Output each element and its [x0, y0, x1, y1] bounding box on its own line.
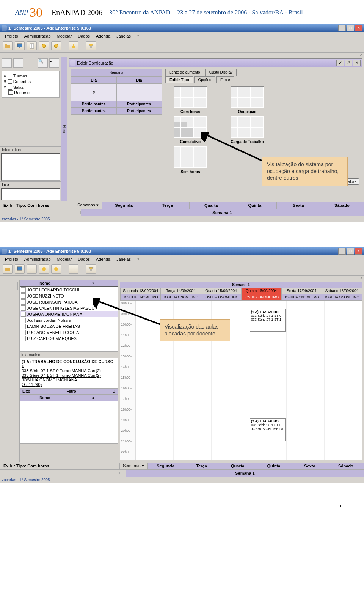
lixo-label-2: Lixo: [20, 389, 33, 394]
app-icon: [2, 249, 7, 254]
tool-book-icon[interactable]: [27, 41, 37, 50]
day-quarta[interactable]: Quarta: [220, 463, 256, 469]
tool-monitor-icon[interactable]: [15, 264, 25, 274]
tool-gear2-icon[interactable]: [51, 264, 61, 274]
tab-exibir-tipo[interactable]: Exibir Tipo: [165, 76, 193, 83]
menu-dados[interactable]: Dados: [75, 256, 92, 262]
menu-help[interactable]: ?: [135, 33, 141, 39]
svg-point-8: [54, 267, 58, 271]
svg-point-4: [54, 44, 58, 48]
menu-help[interactable]: ?: [135, 256, 141, 262]
tool-gear2-icon[interactable]: [51, 41, 61, 50]
tool-cone-icon[interactable]: [69, 264, 78, 274]
status-exibir-tipo: Exibir Tipo: Com horas: [0, 202, 74, 209]
config-max[interactable]: ↗: [345, 60, 352, 66]
vertical-toolbar: 🔍 ▸: [0, 57, 61, 69]
lixo-label: Lixo: [0, 181, 61, 187]
statusbar-1: Exibir Tipo: Com horas Semanas ▾ Segunda…: [0, 201, 364, 209]
week-selector[interactable]: Semana DiaDia ↻ ParticipantesParticipant…: [71, 69, 162, 176]
schedule-day-headers: Segunda 13/09/2004Terça 14/09/2004Quarta…: [120, 288, 362, 294]
toolbar: [0, 40, 364, 52]
tool-folder-icon[interactable]: [3, 41, 13, 50]
day-quarta[interactable]: Quarta: [189, 202, 233, 209]
nome-header[interactable]: Nome: [21, 281, 69, 285]
day-quinta[interactable]: Quinta: [256, 463, 292, 469]
tree-panel: ⊕Turmas ⊕Docentes ⊕Salas Recurso: [2, 71, 60, 98]
thumb-com-horas[interactable]: Com horas: [168, 86, 213, 114]
maximize-button[interactable]: □: [347, 248, 354, 255]
menu-agenda[interactable]: Agenda: [94, 256, 113, 262]
menu-agenda[interactable]: Agenda: [94, 33, 113, 39]
svg-point-3: [42, 44, 46, 48]
menubar: Projeto Administração Modelar Dados Agen…: [0, 32, 364, 40]
day-sabado[interactable]: Sábado: [320, 202, 364, 209]
empty-list: [20, 401, 118, 444]
day-terca[interactable]: Terça: [146, 202, 189, 209]
menu-administracao[interactable]: Administração: [22, 33, 53, 39]
day-sabado[interactable]: Sábado: [328, 463, 364, 469]
tool-gear-icon[interactable]: [39, 41, 49, 50]
event-1[interactable]: (1 A) TRABALHO 033 Série:07 1 ST 0 033 S…: [250, 309, 286, 332]
u-label[interactable]: U: [110, 389, 118, 394]
tab-fonte[interactable]: Fonte: [216, 76, 234, 83]
day-sexta[interactable]: Sexta: [292, 463, 328, 469]
status-semanas[interactable]: Semanas ▾: [74, 201, 102, 209]
hora-rail: Hora: [61, 57, 67, 201]
minimize-button[interactable]: _: [338, 248, 346, 255]
tool-monitor-icon[interactable]: [15, 41, 25, 50]
vtool-arrow-icon[interactable]: ▸: [49, 58, 59, 68]
tool-filter-icon[interactable]: [86, 41, 96, 50]
config-min[interactable]: ↙: [336, 60, 344, 66]
tool-gear-icon[interactable]: [39, 264, 49, 274]
tree-recurso[interactable]: Recurso: [8, 90, 58, 95]
tool-book-icon[interactable]: [27, 264, 37, 274]
vtool-2[interactable]: [13, 58, 23, 68]
close-button[interactable]: ×: [355, 25, 362, 31]
tree-turmas[interactable]: ⊕Turmas: [4, 73, 58, 78]
close-button[interactable]: ×: [355, 248, 362, 255]
menu-janelas[interactable]: Janelas: [114, 256, 133, 262]
menu-projeto[interactable]: Projeto: [3, 256, 20, 262]
window-title: 1° Semestre 2005 - Ade Enterprise 5.0.16…: [8, 26, 338, 30]
statusbar-2: Exibir Tipo: Com horas Semanas ▾ Segunda…: [0, 462, 364, 469]
tab-lente[interactable]: Lente de aumento: [165, 69, 204, 76]
vtool-1[interactable]: [2, 58, 12, 68]
day-sexta[interactable]: Sexta: [276, 202, 320, 209]
filtro-label[interactable]: Filtro: [33, 389, 110, 394]
nome-header-2[interactable]: Nome: [21, 396, 69, 400]
name-row[interactable]: LUCIANO VENELLI COSTA: [20, 329, 118, 335]
enanpad-title: EnANPAD 2006: [52, 8, 102, 17]
tool-cone-icon[interactable]: [69, 41, 78, 50]
vtool-a[interactable]: [2, 282, 9, 290]
vtool-b[interactable]: [11, 282, 18, 290]
config-close[interactable]: ×: [353, 60, 361, 66]
menu-dados[interactable]: Dados: [75, 33, 92, 39]
vtool-binoculars-icon[interactable]: 🔍: [38, 58, 48, 68]
day-segunda[interactable]: Segunda: [147, 463, 184, 469]
tree-docentes[interactable]: ⊕Docentes: [4, 79, 58, 84]
menu-projeto[interactable]: Projeto: [3, 33, 20, 39]
day-terca[interactable]: Terça: [184, 463, 220, 469]
menu-administracao[interactable]: Administração: [22, 256, 53, 262]
menu-modelar[interactable]: Modelar: [55, 33, 74, 39]
name-row[interactable]: JOSE LEONARDO TOSCHI: [20, 287, 118, 293]
window-title-2: 1° Semestre 2005 - Ade Enterprise 5.0.16…: [8, 249, 338, 253]
tool-folder-icon[interactable]: [3, 264, 13, 274]
day-segunda[interactable]: Segunda: [102, 202, 146, 209]
menu-janelas[interactable]: Janelas: [114, 33, 133, 39]
maximize-button[interactable]: □: [347, 25, 354, 31]
minimize-button[interactable]: _: [338, 25, 346, 31]
tool-filter-icon[interactable]: [86, 264, 96, 274]
status-semanas-2[interactable]: Semanas ▾: [120, 462, 147, 469]
tree-salas[interactable]: ⊕Salas: [4, 85, 58, 90]
schedule-week-header: Semana 1: [120, 282, 362, 288]
tab-opcoes[interactable]: Opções: [194, 76, 215, 83]
svg-rect-0: [17, 44, 22, 47]
day-quinta[interactable]: Quinta: [233, 202, 276, 209]
encontro-subtitle: 30° Encontro da ANPAD: [109, 9, 170, 16]
tab-custo[interactable]: Custo Display: [205, 69, 237, 76]
name-row[interactable]: LUIZ CARLOS MARQUESI: [20, 335, 118, 342]
menu-modelar[interactable]: Modelar: [55, 256, 74, 262]
thumb-ocupacao[interactable]: Ocupação: [224, 86, 270, 114]
event-2[interactable]: (2 A) TRABALHO 031 Série:08 1 ST 0 JOSHU…: [250, 418, 286, 441]
